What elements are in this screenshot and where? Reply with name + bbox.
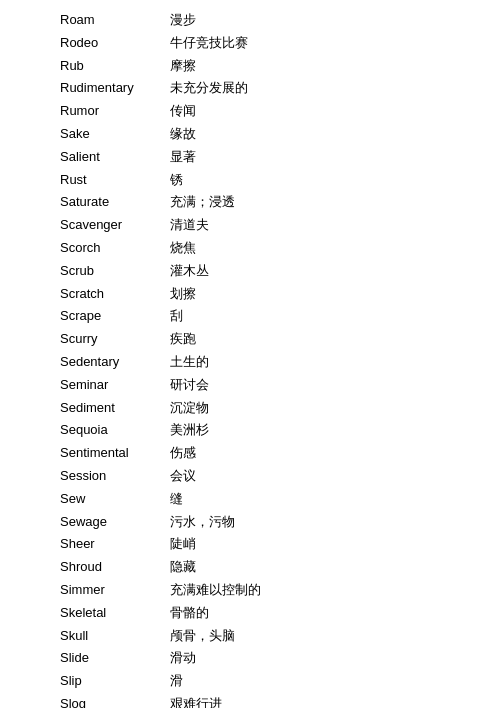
vocab-item: Scavenger清道夫 (60, 215, 440, 236)
vocab-item: Slog艰难行进 (60, 694, 440, 708)
vocab-item: Slip滑 (60, 671, 440, 692)
vocab-item: Sediment沉淀物 (60, 398, 440, 419)
vocab-item: Saturate充满；浸透 (60, 192, 440, 213)
vocab-en: Slog (60, 694, 170, 708)
vocab-zh: 缝 (170, 489, 183, 510)
vocab-zh: 污水，污物 (170, 512, 235, 533)
vocab-en: Rudimentary (60, 78, 170, 99)
vocab-item: Skeletal骨骼的 (60, 603, 440, 624)
vocab-en: Simmer (60, 580, 170, 601)
vocab-item: Rudimentary未充分发展的 (60, 78, 440, 99)
vocab-en: Sediment (60, 398, 170, 419)
vocab-en: Sewage (60, 512, 170, 533)
vocab-item: Roam漫步 (60, 10, 440, 31)
vocab-zh: 刮 (170, 306, 183, 327)
vocab-zh: 清道夫 (170, 215, 209, 236)
vocab-en: Scavenger (60, 215, 170, 236)
vocab-zh: 摩擦 (170, 56, 196, 77)
vocab-zh: 滑动 (170, 648, 196, 669)
vocab-item: Sake缘故 (60, 124, 440, 145)
vocab-zh: 美洲杉 (170, 420, 209, 441)
vocab-en: Saturate (60, 192, 170, 213)
vocab-zh: 充满难以控制的 (170, 580, 261, 601)
vocab-item: Sedentary土生的 (60, 352, 440, 373)
vocab-item: Scratch划擦 (60, 284, 440, 305)
vocab-item: Scurry疾跑 (60, 329, 440, 350)
vocab-item: Sew缝 (60, 489, 440, 510)
vocab-en: Shroud (60, 557, 170, 578)
vocab-zh: 漫步 (170, 10, 196, 31)
vocab-en: Sequoia (60, 420, 170, 441)
vocab-item: Simmer充满难以控制的 (60, 580, 440, 601)
vocab-item: Rodeo牛仔竞技比赛 (60, 33, 440, 54)
vocab-item: Session会议 (60, 466, 440, 487)
vocab-zh: 充满；浸透 (170, 192, 235, 213)
vocab-list: Roam漫步Rodeo牛仔竞技比赛Rub摩擦Rudimentary未充分发展的R… (60, 10, 440, 708)
vocab-item: Sentimental伤感 (60, 443, 440, 464)
vocab-item: Scrub灌木丛 (60, 261, 440, 282)
vocab-item: Seminar研讨会 (60, 375, 440, 396)
vocab-en: Scratch (60, 284, 170, 305)
vocab-en: Skeletal (60, 603, 170, 624)
vocab-zh: 未充分发展的 (170, 78, 248, 99)
vocab-zh: 烧焦 (170, 238, 196, 259)
vocab-zh: 划擦 (170, 284, 196, 305)
vocab-en: Seminar (60, 375, 170, 396)
vocab-item: Sequoia美洲杉 (60, 420, 440, 441)
vocab-en: Sentimental (60, 443, 170, 464)
vocab-item: Skull颅骨，头脑 (60, 626, 440, 647)
vocab-item: Sheer陡峭 (60, 534, 440, 555)
vocab-zh: 陡峭 (170, 534, 196, 555)
vocab-en: Roam (60, 10, 170, 31)
vocab-item: Salient显著 (60, 147, 440, 168)
vocab-en: Slide (60, 648, 170, 669)
vocab-en: Rumor (60, 101, 170, 122)
vocab-zh: 牛仔竞技比赛 (170, 33, 248, 54)
vocab-zh: 显著 (170, 147, 196, 168)
vocab-zh: 疾跑 (170, 329, 196, 350)
vocab-en: Sedentary (60, 352, 170, 373)
vocab-en: Sew (60, 489, 170, 510)
vocab-zh: 艰难行进 (170, 694, 222, 708)
vocab-en: Sake (60, 124, 170, 145)
vocab-zh: 锈 (170, 170, 183, 191)
vocab-item: Scrape刮 (60, 306, 440, 327)
vocab-item: Rust锈 (60, 170, 440, 191)
vocab-zh: 骨骼的 (170, 603, 209, 624)
vocab-zh: 滑 (170, 671, 183, 692)
vocab-en: Session (60, 466, 170, 487)
vocab-zh: 研讨会 (170, 375, 209, 396)
vocab-en: Scrub (60, 261, 170, 282)
vocab-item: Rumor传闻 (60, 101, 440, 122)
vocab-zh: 隐藏 (170, 557, 196, 578)
vocab-en: Slip (60, 671, 170, 692)
vocab-en: Scurry (60, 329, 170, 350)
vocab-item: Shroud隐藏 (60, 557, 440, 578)
vocab-zh: 缘故 (170, 124, 196, 145)
vocab-zh: 传闻 (170, 101, 196, 122)
vocab-item: Rub摩擦 (60, 56, 440, 77)
vocab-en: Scrape (60, 306, 170, 327)
vocab-zh: 会议 (170, 466, 196, 487)
vocab-en: Rodeo (60, 33, 170, 54)
vocab-item: Slide滑动 (60, 648, 440, 669)
vocab-zh: 颅骨，头脑 (170, 626, 235, 647)
vocab-zh: 伤感 (170, 443, 196, 464)
vocab-zh: 土生的 (170, 352, 209, 373)
vocab-item: Sewage污水，污物 (60, 512, 440, 533)
vocab-en: Rub (60, 56, 170, 77)
vocab-en: Salient (60, 147, 170, 168)
vocab-item: Scorch烧焦 (60, 238, 440, 259)
vocab-en: Skull (60, 626, 170, 647)
vocab-en: Rust (60, 170, 170, 191)
vocab-en: Sheer (60, 534, 170, 555)
vocab-zh: 沉淀物 (170, 398, 209, 419)
vocab-en: Scorch (60, 238, 170, 259)
vocab-zh: 灌木丛 (170, 261, 209, 282)
